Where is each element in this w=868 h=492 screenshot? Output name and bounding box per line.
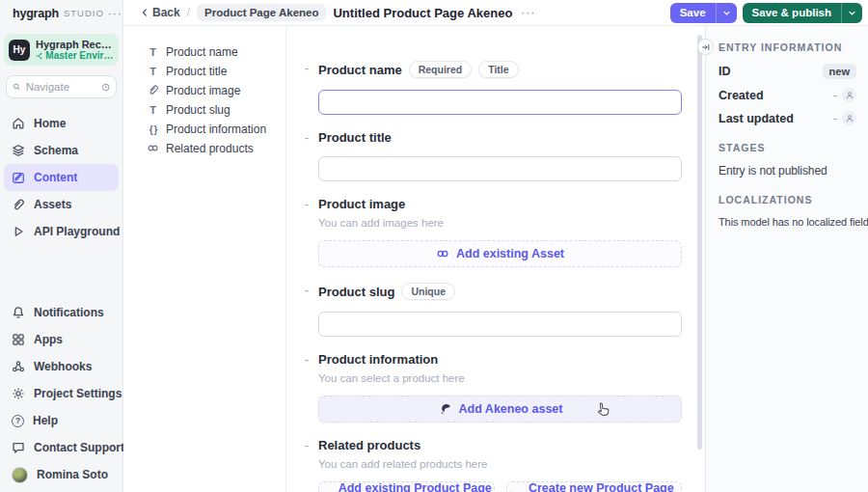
breadcrumb-separator: /	[187, 6, 190, 19]
field-list-panel: T Product name T Product title Product i…	[123, 26, 286, 492]
brand-bar: hygraph STUDIO ···	[0, 0, 122, 26]
branch-icon	[36, 51, 42, 61]
entry-more-button[interactable]: ···	[521, 7, 535, 18]
collapse-panel-button[interactable]	[697, 39, 714, 55]
field-label: Related products	[318, 438, 420, 452]
plus-icon: +	[507, 488, 515, 492]
navigate-input[interactable]	[26, 81, 96, 93]
content-row: T Product name T Product title Product i…	[123, 26, 868, 492]
entry-information-heading: ENTRY INFORMATION	[719, 41, 862, 53]
navigate-search[interactable]	[6, 75, 117, 98]
text-field-icon: T	[147, 66, 159, 77]
publish-split-button: Save & publish	[743, 3, 862, 23]
sidebar-item-help[interactable]: ? Help	[4, 407, 119, 434]
content-edit-icon	[12, 171, 25, 184]
secondary-nav: Notifications Apps Webhooks Project Sett…	[0, 299, 122, 492]
created-row: Created -	[719, 88, 862, 102]
collapse-toggle-icon[interactable]: -	[305, 131, 309, 145]
product-slug-input[interactable]	[318, 312, 682, 337]
chat-bubble-icon	[12, 441, 25, 454]
sidebar-item-home[interactable]: Home	[4, 110, 119, 137]
id-row: ID new	[719, 64, 862, 79]
add-existing-product-page-button[interactable]: Add existing Product Page Akeneo	[318, 481, 495, 492]
field-label: Product slug	[318, 285, 394, 299]
app-window: hygraph STUDIO ··· Hy Hygraph Recipes Ma…	[0, 0, 868, 492]
field-product-information: - Product information You can select a p…	[318, 352, 682, 423]
save-options-button[interactable]	[716, 3, 737, 23]
collapse-toggle-icon[interactable]: -	[305, 62, 309, 75]
user-menu[interactable]: Romina Soto	[4, 461, 119, 488]
vertical-scrollbar[interactable]	[697, 35, 702, 450]
help-icon: ?	[12, 415, 24, 427]
person-icon	[842, 88, 856, 102]
assets-paperclip-icon	[12, 198, 25, 211]
sidebar-item-project-settings[interactable]: Project Settings	[4, 380, 119, 407]
create-new-product-page-button[interactable]: + Create new Product Page Akeneo	[506, 481, 683, 492]
field-list-item-product-image[interactable]: Product image	[147, 81, 278, 100]
product-name-input[interactable]	[318, 90, 682, 115]
bell-icon	[12, 306, 25, 319]
project-name: Hygraph Recipes	[36, 39, 114, 50]
field-product-title: - Product title	[318, 130, 682, 181]
collapse-toggle-icon[interactable]: -	[305, 198, 309, 211]
text-field-icon: T	[147, 46, 159, 58]
user-name: Romina Soto	[37, 468, 108, 481]
field-list-item-related-products[interactable]: Related products	[147, 139, 278, 158]
field-label: Product image	[318, 197, 405, 211]
field-helper-text: You can add related products here	[318, 458, 682, 470]
last-updated-row: Last updated -	[719, 111, 862, 125]
field-list-item-product-title[interactable]: T Product title	[147, 62, 278, 81]
collapse-toggle-icon[interactable]: -	[305, 284, 309, 297]
topbar: Back / Product Page Akeneo Untitled Prod…	[123, 0, 868, 26]
sidebar-item-webhooks[interactable]: Webhooks	[4, 353, 119, 380]
field-product-name: - Product name Required Title	[318, 61, 682, 115]
field-list-item-product-slug[interactable]: T Product slug	[147, 100, 278, 120]
back-button[interactable]: Back	[140, 6, 180, 19]
history-clock-icon[interactable]	[101, 81, 110, 94]
save-split-button: Save	[670, 3, 737, 23]
field-helper-text: You can add images here	[318, 217, 682, 229]
title-badge: Title	[478, 61, 518, 78]
breadcrumb-model-pill[interactable]: Product Page Akeneo	[197, 4, 326, 21]
page-title: Untitled Product Page Akeneo	[333, 6, 512, 20]
search-icon	[13, 81, 21, 93]
sidebar-item-assets[interactable]: Assets	[4, 191, 119, 218]
sidebar-item-contact-support[interactable]: Contact Support	[4, 434, 119, 461]
collapse-toggle-icon[interactable]: -	[305, 353, 309, 367]
gear-icon	[12, 387, 25, 400]
sidebar-item-content[interactable]: Content	[4, 164, 119, 191]
save-button[interactable]: Save	[670, 3, 716, 23]
webhooks-icon	[12, 360, 25, 373]
field-list-item-product-information[interactable]: { } Product information	[147, 120, 278, 139]
brand-name: hygraph	[13, 7, 59, 20]
brand-more-button[interactable]: ···	[108, 8, 122, 19]
sidebar-item-api-playground[interactable]: API Playground	[4, 218, 119, 245]
collapse-arrow-icon	[701, 42, 711, 52]
chevron-down-icon	[848, 9, 856, 17]
add-existing-asset-button[interactable]: Add existing Asset	[318, 240, 682, 267]
field-related-products: - Related products You can add related p…	[318, 438, 682, 492]
save-publish-button[interactable]: Save & publish	[743, 3, 841, 23]
product-title-input[interactable]	[318, 156, 682, 181]
unique-badge: Unique	[401, 283, 455, 300]
collapse-toggle-icon[interactable]: -	[305, 439, 309, 452]
stages-status: Entry is not published	[719, 164, 862, 178]
publish-options-button[interactable]	[841, 3, 862, 23]
link-icon	[436, 247, 449, 260]
field-label: Product title	[318, 130, 392, 145]
entry-form: - Product name Required Title - Product …	[286, 26, 705, 492]
sidebar-item-apps[interactable]: Apps	[4, 326, 119, 353]
field-list-item-product-name[interactable]: T Product name	[147, 42, 278, 62]
field-label: Product information	[318, 352, 438, 367]
chevron-down-icon	[722, 9, 731, 17]
entry-info-panel: ENTRY INFORMATION ID new Created - Last	[705, 26, 868, 492]
sidebar-item-schema[interactable]: Schema	[4, 137, 119, 164]
main-column: Back / Product Page Akeneo Untitled Prod…	[123, 0, 868, 492]
sidebar-item-notifications[interactable]: Notifications	[4, 299, 119, 326]
apps-grid-icon	[12, 333, 25, 346]
play-icon	[12, 225, 25, 238]
field-label: Product name	[318, 63, 402, 77]
add-akeneo-asset-button[interactable]: Add Akeneo asset	[318, 396, 682, 423]
stages-section: STAGES Entry is not published	[719, 142, 862, 178]
project-switcher[interactable]: Hy Hygraph Recipes Master Environment	[4, 34, 119, 66]
